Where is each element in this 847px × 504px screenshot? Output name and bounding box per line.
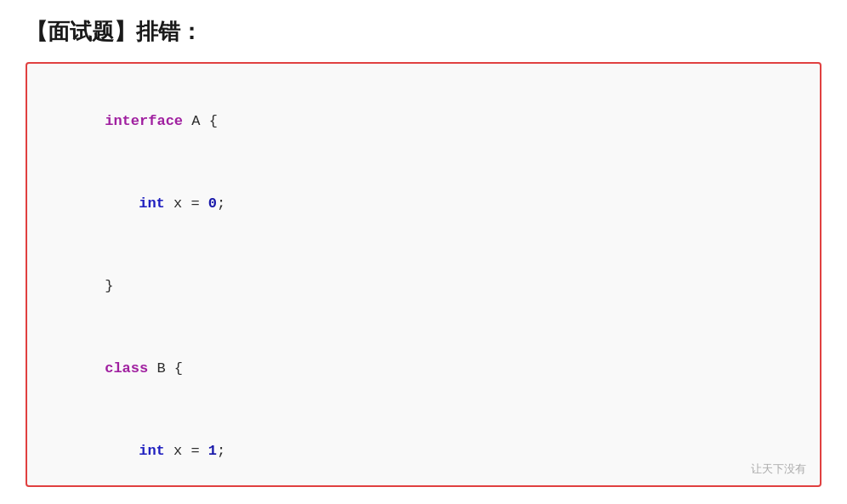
code-line-1: interface A { [53, 81, 794, 163]
code-line-4: class B { [53, 328, 794, 411]
watermark: 让天下没有 [751, 462, 806, 477]
code-block: interface A { int x = 0; } class B { int… [53, 81, 794, 487]
code-line-2: int x = 0; [53, 163, 794, 246]
code-line-3: } [53, 246, 794, 328]
code-container: interface A { int x = 0; } class B { int… [26, 62, 821, 487]
page-title: 【面试题】排错： [26, 17, 821, 47]
code-line-5: int x = 1; [53, 411, 794, 487]
